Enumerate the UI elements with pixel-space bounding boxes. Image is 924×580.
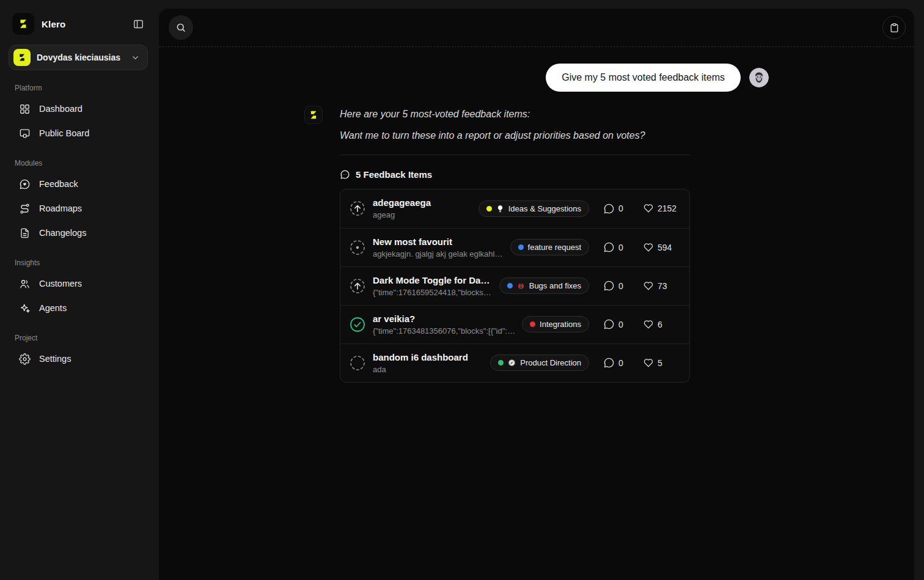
sidebar-item-label: Changelogs <box>39 228 86 238</box>
sidebar-item-label: Roadmaps <box>39 204 82 213</box>
sidebar-item-dashboard[interactable]: Dashboard <box>0 97 156 121</box>
divider <box>340 155 690 155</box>
comment-icon <box>603 203 615 215</box>
sidebar-item-customers[interactable]: Customers <box>0 271 156 296</box>
vote-count: 73 <box>643 281 681 292</box>
feedback-row[interactable]: ar veikia? {"time":1763481356076,"blocks… <box>340 305 689 343</box>
changelog-doc-icon <box>18 227 31 239</box>
tag-label: feature request <box>528 243 581 252</box>
tag-label: Integrations <box>540 320 581 329</box>
feedback-subtitle: ageag <box>373 210 472 219</box>
app-root: Klero Dovydas kieciausias Platform <box>0 0 924 580</box>
main-area: Give my 5 most voted feedback items <box>156 0 924 580</box>
tag-color-dot <box>486 206 492 211</box>
app-logo[interactable] <box>12 13 34 35</box>
comment-count: 0 <box>603 241 630 253</box>
settings-gear-icon <box>18 353 31 365</box>
feedback-subtitle: ada <box>373 365 483 374</box>
comment-count: 0 <box>603 280 630 292</box>
feedback-subtitle: {"time":1761659524418,"blocks":[{"id":"-… <box>373 288 493 297</box>
nav-items: Settings <box>0 347 156 371</box>
user-avatar[interactable] <box>749 68 769 87</box>
feedback-row[interactable]: adegageaega ageag Ideas & Suggestions 0 … <box>340 189 689 228</box>
sidebar: Klero Dovydas kieciausias Platform <box>0 0 156 580</box>
heart-icon <box>643 203 654 214</box>
sidebar-nav: Platform Dashboard Public Board Modules … <box>0 70 156 371</box>
comment-icon <box>603 318 615 330</box>
feedback-row[interactable]: bandom i6 dashboard ada Product Directio… <box>340 343 689 382</box>
clipboard-button[interactable] <box>882 16 906 39</box>
sidebar-item-roadmaps[interactable]: Roadmaps <box>0 196 156 221</box>
feedback-list-header: 5 Feedback Items <box>340 169 690 180</box>
tag-color-dot <box>507 283 513 288</box>
feedback-title: New most favourit <box>373 237 504 247</box>
feedback-tag-badge: Ideas & Suggestions <box>479 200 589 217</box>
workspace-selector[interactable]: Dovydas kieciausias <box>9 45 148 70</box>
feedback-items-card: adegageaega ageag Ideas & Suggestions 0 … <box>340 189 690 383</box>
vote-count: 5 <box>643 358 681 369</box>
nav-items: Dashboard Public Board <box>0 97 156 145</box>
search-button[interactable] <box>169 15 193 40</box>
customers-users-icon <box>18 277 31 290</box>
chevron-down-icon <box>131 53 140 62</box>
nav-items: Feedback Roadmaps Changelogs <box>0 172 156 245</box>
workspace-logo <box>13 49 31 66</box>
feedback-title: adegageaega <box>373 197 472 208</box>
clipboard-icon <box>889 23 900 33</box>
tag-color-dot <box>530 321 535 327</box>
klero-logo-icon <box>16 17 30 31</box>
feedback-subtitle: agkjekagjn. gjalgj akj gelak eglkahl laj… <box>373 249 504 259</box>
tag-color-dot <box>518 244 524 250</box>
sidebar-item-feedback[interactable]: Feedback <box>0 172 156 196</box>
sidebar-item-public-board[interactable]: Public Board <box>0 121 156 145</box>
sidebar-item-agents[interactable]: Agents <box>0 296 156 320</box>
assistant-content: Here are your 5 most-voted feedback item… <box>340 106 690 383</box>
sidebar-item-label: Public Board <box>39 128 89 138</box>
feedback-title: ar veikia? <box>373 314 515 324</box>
panel-left-icon <box>133 18 144 30</box>
assistant-avatar <box>304 106 323 124</box>
feedback-row[interactable]: Dark Mode Toggle for Dashboard {"time":1… <box>340 266 689 305</box>
comment-icon <box>603 241 615 253</box>
heart-icon <box>643 281 654 292</box>
feedback-tag-badge: feature request <box>510 239 589 255</box>
sidebar-collapse-button[interactable] <box>131 17 145 31</box>
tag-label: Product Direction <box>520 358 581 367</box>
sidebar-item-changelogs[interactable]: Changelogs <box>0 221 156 245</box>
feedback-tag-badge: Bugs and fixes <box>499 277 589 294</box>
sidebar-item-label: Feedback <box>39 179 78 189</box>
assistant-text-line: Want me to turn these into a report or a… <box>340 128 690 144</box>
status-arrow-up-icon <box>349 277 366 295</box>
klero-logo-icon <box>16 52 28 63</box>
compass-icon <box>508 359 516 367</box>
heart-icon <box>643 319 654 330</box>
status-arrow-up-icon <box>349 200 366 217</box>
feedback-bubble-icon <box>18 178 31 190</box>
comment-icon <box>603 280 615 292</box>
chat-scroll-area[interactable]: Give my 5 most voted feedback items <box>159 47 914 580</box>
topbar <box>159 9 914 47</box>
assistant-message-row: Here are your 5 most-voted feedback item… <box>304 106 769 383</box>
sidebar-header: Klero <box>0 0 156 43</box>
sidebar-item-settings[interactable]: Settings <box>0 347 156 371</box>
feedback-tag-badge: Integrations <box>522 316 589 332</box>
feedback-title: bandom i6 dashboard <box>373 352 483 362</box>
heart-icon <box>643 358 654 369</box>
search-icon <box>175 22 186 33</box>
main-panel: Give my 5 most voted feedback items <box>159 9 914 580</box>
feedback-row[interactable]: New most favourit agkjekagjn. gjalgj akj… <box>340 228 689 266</box>
status-check-icon <box>349 316 366 333</box>
nav-section: Modules Feedback Roadmaps Changelogs <box>0 155 156 245</box>
bulb-icon <box>496 205 504 213</box>
feedback-list-title: 5 Feedback Items <box>356 169 432 180</box>
nav-section: Project Settings <box>0 330 156 371</box>
roadmap-route-icon <box>18 202 31 215</box>
public-board-icon <box>18 127 31 139</box>
user-portrait <box>749 68 769 87</box>
klero-logo-icon <box>307 109 320 121</box>
user-message-bubble: Give my 5 most voted feedback items <box>546 64 741 92</box>
nav-section-label: Platform <box>0 80 156 97</box>
tag-color-dot <box>498 360 504 365</box>
status-empty-icon <box>349 354 366 372</box>
sidebar-item-label: Dashboard <box>39 104 82 114</box>
